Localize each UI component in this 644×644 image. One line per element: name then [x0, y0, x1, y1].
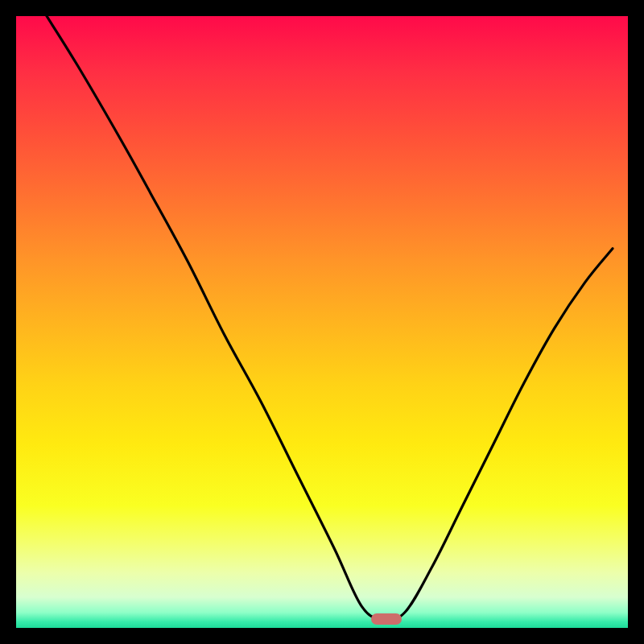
bottleneck-curve [16, 16, 628, 628]
frame-right [628, 0, 644, 644]
frame-top [0, 0, 644, 16]
frame-left [0, 0, 16, 644]
chart-plot-area [16, 16, 628, 628]
optimal-point-marker [371, 613, 402, 625]
frame-bottom [0, 628, 644, 644]
